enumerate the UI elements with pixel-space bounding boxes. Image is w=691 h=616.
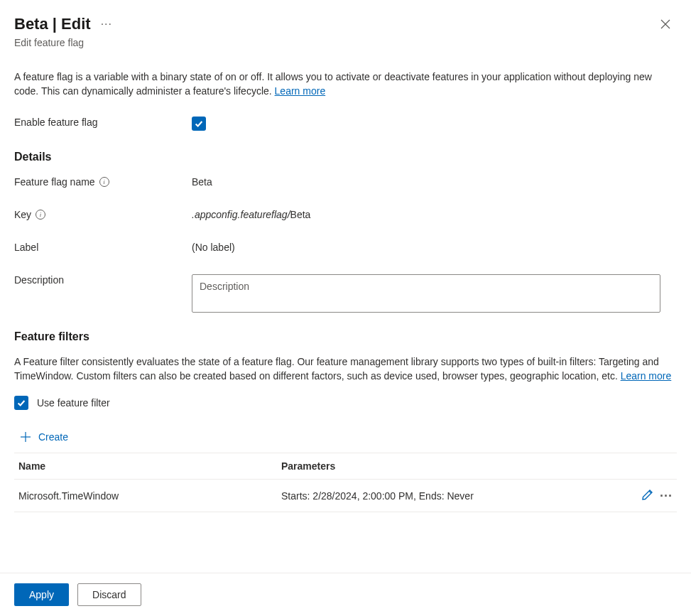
filter-params-cell: Starts: 2/28/2024, 2:00:00 PM, Ends: Nev… [267,490,623,502]
apply-button[interactable]: Apply [14,583,69,606]
create-filter-button[interactable]: Create [14,430,68,453]
footer: Apply Discard [0,573,691,616]
plus-icon [20,431,31,443]
table-header: Name Parameters [14,453,677,480]
intro-learn-more-link[interactable]: Learn more [275,85,326,97]
name-value: Beta [192,175,677,188]
check-icon [16,398,26,408]
key-prefix: .appconfig.featureflag/ [192,209,290,220]
use-filter-checkbox[interactable] [14,396,28,410]
pencil-icon [641,488,654,501]
create-label: Create [38,431,68,443]
more-menu-icon[interactable]: ··· [101,18,112,31]
discard-button[interactable]: Discard [77,583,141,606]
table-row: Microsoft.TimeWindow Starts: 2/28/2024, … [14,480,677,512]
filters-description-body: A Feature filter consistently evaluates … [14,356,659,382]
description-input[interactable] [192,274,660,313]
close-icon [660,19,670,29]
name-label: Feature flag name [14,176,95,188]
page-title: Beta | Edit [14,14,91,34]
edit-filter-button[interactable] [641,488,654,503]
label-label: Label [14,240,192,253]
page-subtitle: Edit feature flag [14,37,677,48]
label-value: (No label) [192,240,677,253]
row-more-menu[interactable]: ··· [660,490,673,502]
col-params-header: Parameters [267,460,623,472]
info-icon[interactable]: i [99,177,109,187]
filter-name-cell: Microsoft.TimeWindow [18,490,267,502]
description-label: Description [14,273,192,286]
filters-table: Name Parameters Microsoft.TimeWindow Sta… [14,453,677,512]
enable-flag-label: Enable feature flag [14,115,192,128]
check-icon [194,119,204,129]
key-name: Beta [290,209,311,220]
key-label: Key [14,209,31,220]
filters-learn-more-link[interactable]: Learn more [621,370,672,382]
info-icon[interactable]: i [36,210,45,220]
enable-flag-checkbox[interactable] [192,117,206,131]
col-name-header: Name [18,460,267,472]
key-value: .appconfig.featureflag/Beta [192,207,677,220]
intro-body: A feature flag is a variable with a bina… [14,71,652,97]
close-button[interactable] [654,13,677,36]
details-heading: Details [14,151,677,163]
filters-description: A Feature filter consistently evaluates … [14,355,675,383]
intro-text: A feature flag is a variable with a bina… [14,70,675,98]
use-filter-label: Use feature filter [37,397,110,409]
filters-heading: Feature filters [14,330,677,343]
